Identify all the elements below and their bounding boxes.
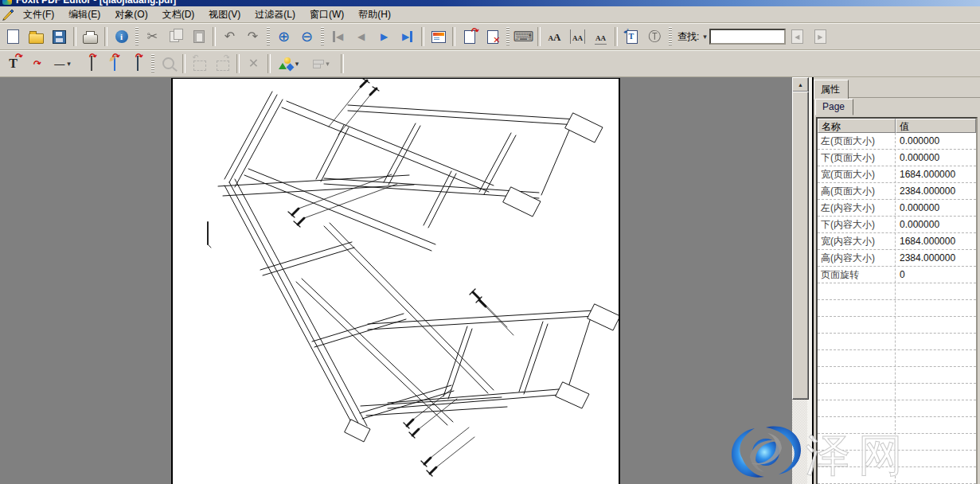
cut-button[interactable]: ✂ (141, 25, 164, 48)
previous-page-button[interactable]: ◀ (349, 25, 373, 48)
property-row[interactable]: 高(页面大小)2384.000000 (818, 183, 976, 200)
property-row[interactable]: 左(内容大小)0.000000 (818, 200, 976, 217)
page-thumbnails-button[interactable] (427, 25, 450, 48)
separator (615, 27, 618, 46)
insert-shapes-button[interactable]: ▾ (273, 53, 306, 75)
toolbar-grip[interactable] (151, 54, 154, 73)
new-document-button[interactable] (2, 25, 25, 48)
toolbar-grip[interactable] (506, 27, 510, 46)
keyboard-icon: ⌨ (513, 29, 534, 44)
document-info-button[interactable]: i (110, 25, 133, 48)
spacing-button[interactable]: AA (589, 25, 612, 48)
delete-page-button[interactable]: ✕ (481, 25, 504, 48)
insert-text-icon: T➹ (627, 30, 638, 44)
document-workspace[interactable] (0, 77, 792, 484)
shapes-icon (279, 57, 293, 70)
add-text-button[interactable]: T↷ (2, 53, 25, 75)
previous-page-icon: ◀ (357, 31, 365, 42)
find-previous-button[interactable]: ◀ (786, 25, 809, 48)
separator (213, 27, 216, 46)
column-divider (895, 133, 896, 484)
line-style-button[interactable]: —▾ (48, 53, 80, 75)
column-header-name[interactable]: 名称 (818, 119, 896, 133)
menu-object[interactable]: 对象(O) (107, 6, 154, 23)
kerning-icon: AA (570, 29, 585, 44)
menu-help[interactable]: 帮助(H) (351, 6, 398, 23)
insert-image-button[interactable]: ↷ (126, 53, 149, 75)
menu-document[interactable]: 文档(D) (155, 6, 202, 23)
find-next-icon: ▶ (814, 29, 826, 44)
property-row[interactable]: 宽(页面大小)1684.000000 (818, 166, 976, 183)
select-edit-button[interactable] (157, 53, 180, 75)
separator (537, 27, 541, 46)
font-size-button[interactable]: AA (543, 25, 566, 48)
add-text-icon: T↷ (9, 57, 18, 71)
property-row[interactable]: 左(页面大小)0.000000 (818, 133, 976, 150)
keyboard-button[interactable]: ⌨ (512, 25, 535, 48)
property-row[interactable]: 宽(内容大小)1684.000000 (818, 233, 976, 250)
rotate-left-button[interactable]: ↶ (188, 53, 211, 75)
property-row[interactable]: 下(内容大小)0.000000 (818, 217, 976, 233)
align-icon (313, 59, 323, 68)
delete-object-button[interactable]: ✕ (242, 53, 265, 75)
delete-page-icon: ✕ (487, 30, 498, 44)
menu-filter[interactable]: 过滤器(L) (248, 6, 303, 23)
properties-panel: 属性 Page 名称 值 左(页面大小)0.000000 下(页面大小)0.00… (814, 77, 980, 484)
insert-text-button[interactable]: T➹ (620, 25, 643, 48)
menu-file[interactable]: 文件(F) (16, 6, 61, 23)
align-objects-button[interactable]: ▾ (306, 53, 338, 75)
separator (267, 54, 271, 73)
toolbar-grip[interactable] (135, 27, 139, 46)
properties-title: 属性 (814, 80, 849, 100)
next-page-button[interactable]: ▶ (373, 25, 396, 48)
insert-image-icon: ↷ (137, 57, 139, 71)
vertical-scrollbar[interactable]: ▲ (792, 77, 807, 484)
redo-button[interactable]: ↷ (241, 25, 264, 48)
shading-button[interactable]: ↷ (80, 53, 103, 75)
properties-table: 名称 值 左(页面大小)0.000000 下(页面大小)0.000000 宽(页… (816, 117, 978, 484)
zoom-out-icon: ⊖ (301, 29, 313, 44)
property-row[interactable]: 下(页面大小)0.000000 (818, 150, 976, 166)
scrollbar-thumb[interactable] (792, 92, 809, 400)
window-title: Foxit PDF Editor - [qiaojiadang.pdf] (16, 0, 176, 6)
zoom-out-button[interactable]: ⊖ (295, 25, 318, 48)
toolbar-grip[interactable] (321, 27, 324, 46)
open-file-button[interactable] (25, 25, 48, 48)
separator (182, 54, 185, 73)
rotate-right-button[interactable]: ↷ (211, 53, 234, 75)
edit-image-button[interactable]: ↷ (103, 53, 126, 75)
menu-view[interactable]: 视图(V) (201, 6, 248, 23)
color-picker-button[interactable]: ↷ (25, 53, 48, 75)
property-row[interactable]: 页面旋转0 (818, 267, 976, 283)
find-input[interactable] (709, 29, 786, 45)
rotate-page-button[interactable]: ↷ (458, 25, 481, 48)
tab-page[interactable]: Page (815, 99, 853, 115)
undo-button[interactable]: ↶ (218, 25, 241, 48)
document-menu-icon[interactable] (2, 9, 14, 21)
find-history-dropdown[interactable]: ▾ (701, 33, 709, 41)
rotate-page-icon: ↷ (464, 30, 475, 44)
toolbar-grip[interactable] (267, 27, 270, 46)
paste-button[interactable] (187, 25, 210, 48)
pdf-page[interactable] (171, 78, 620, 484)
find-next-button[interactable]: ▶ (809, 25, 832, 48)
first-page-button[interactable]: ◀ (326, 25, 349, 48)
zoom-in-button[interactable]: ⊕ (272, 25, 295, 48)
menu-edit[interactable]: 编辑(E) (61, 6, 107, 23)
kerning-button[interactable]: AA (566, 25, 589, 48)
text-tool-button[interactable]: Ⓣ (643, 25, 666, 48)
copy-icon (170, 31, 179, 42)
separator (73, 27, 76, 46)
toolbar-grip[interactable] (669, 27, 672, 46)
empty-property-row (818, 317, 976, 334)
separator (452, 27, 455, 46)
main-area: ▲ 属性 Page 名称 值 左(页面大小)0.000000 下(页面大小)0.… (0, 77, 980, 484)
last-page-button[interactable]: ▶ (396, 25, 419, 48)
menu-window[interactable]: 窗口(W) (303, 6, 351, 23)
column-header-value[interactable]: 值 (896, 119, 976, 133)
print-button[interactable] (79, 25, 102, 48)
copy-button[interactable] (164, 25, 187, 48)
property-row[interactable]: 高(内容大小)2384.000000 (818, 250, 976, 267)
scroll-up-button[interactable]: ▲ (792, 77, 809, 92)
save-button[interactable] (48, 25, 71, 48)
